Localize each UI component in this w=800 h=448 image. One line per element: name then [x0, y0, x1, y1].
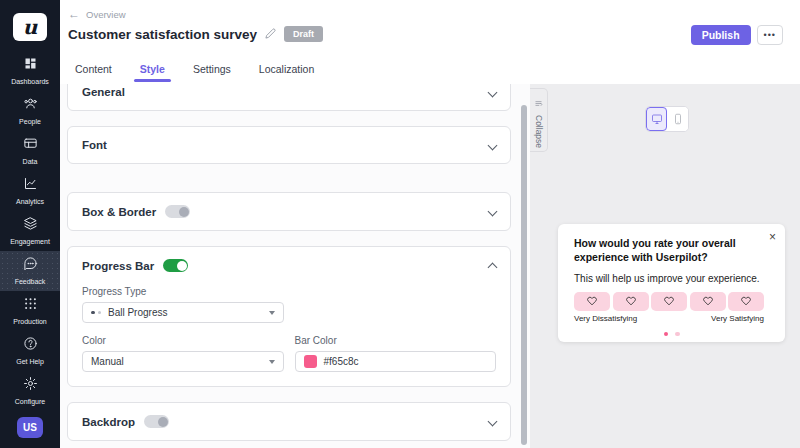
back-to-overview[interactable]: ← Overview [68, 8, 126, 20]
section-backdrop-header[interactable]: Backdrop [68, 403, 510, 440]
sidebar-item-label: Analytics [16, 198, 44, 205]
sidebar-item-engagement[interactable]: Engagement [0, 211, 60, 251]
sidebar-item-people[interactable]: People [0, 91, 60, 131]
progress-type-select[interactable]: Ball Progress [82, 302, 284, 323]
heart-rating-5[interactable] [728, 292, 764, 311]
engagement-icon [23, 216, 38, 235]
configure-icon [23, 376, 38, 395]
app-window: u Dashboards People Data Analytics [0, 0, 800, 448]
back-label: Overview [86, 9, 126, 20]
heart-rating-4[interactable] [690, 292, 726, 311]
section-progress-bar-header[interactable]: Progress Bar [68, 247, 510, 284]
chevron-down-icon[interactable] [488, 417, 498, 427]
section-title: Box & Border [82, 206, 156, 218]
box-border-toggle[interactable] [165, 205, 190, 218]
main-area: ← Overview Customer satisfaction survey … [60, 0, 800, 448]
tab-localization[interactable]: Localization [257, 57, 316, 84]
header: ← Overview Customer satisfaction survey … [60, 0, 800, 84]
sidebar-item-label: People [19, 118, 41, 125]
publish-button[interactable]: Publish [691, 25, 751, 45]
help-icon [23, 336, 38, 355]
tab-style[interactable]: Style [138, 57, 167, 84]
tab-settings[interactable]: Settings [191, 57, 233, 84]
production-icon [23, 296, 38, 315]
sidebar-item-data[interactable]: Data [0, 131, 60, 171]
section-general-header[interactable]: General [68, 84, 510, 110]
header-actions: Publish ••• [691, 25, 783, 45]
sidebar-item-label: Data [23, 158, 38, 165]
collapse-panel-tab[interactable]: Collapse [530, 88, 548, 152]
sidebar-item-configure[interactable]: Configure [0, 371, 60, 411]
sidebar-item-analytics[interactable]: Analytics [0, 171, 60, 211]
style-settings-panel: General Font Box & Border [60, 84, 530, 448]
color-swatch[interactable] [304, 355, 317, 368]
people-icon [23, 96, 38, 115]
more-options-button[interactable]: ••• [757, 25, 783, 45]
content-split: General Font Box & Border [60, 84, 800, 448]
page-title: Customer satisfaction survey [68, 27, 257, 42]
color-label: Color [82, 335, 284, 346]
monitor-icon [651, 113, 663, 125]
collapse-grip-icon [534, 94, 543, 112]
userpilot-logo[interactable]: u [13, 13, 47, 41]
mobile-preview-button[interactable] [667, 107, 688, 131]
heart-icon [587, 296, 597, 306]
panel-scrollbar[interactable] [521, 105, 527, 445]
sidebar-item-production[interactable]: Production [0, 291, 60, 331]
section-title: Backdrop [82, 416, 135, 428]
survey-description: This will help us improve your experienc… [574, 273, 769, 284]
sidebar-item-label: Feedback [15, 278, 46, 285]
bar-color-input[interactable]: #f65c8c [295, 351, 497, 372]
desktop-preview-button[interactable] [646, 107, 667, 131]
title-row: Customer satisfaction survey Draft [68, 25, 323, 43]
ball-progress-indicator [574, 332, 769, 337]
section-backdrop: Backdrop [67, 402, 511, 441]
bar-color-label: Bar Color [295, 335, 497, 346]
survey-question: How would you rate your overall experien… [574, 237, 764, 265]
section-progress-bar: Progress Bar Progress Type [67, 246, 511, 387]
chevron-down-icon[interactable] [488, 207, 498, 217]
section-title: Font [82, 139, 107, 151]
sidebar-item-label: Get Help [16, 358, 44, 365]
max-scale-label: Very Satisfying [711, 314, 764, 323]
color-mode-value: Manual [91, 356, 124, 367]
sidebar-item-feedback[interactable]: Feedback [0, 251, 60, 291]
device-toggle [645, 106, 689, 132]
section-box-border: Box & Border [67, 192, 511, 231]
section-title: Progress Bar [82, 260, 154, 272]
heart-rating-1[interactable] [574, 292, 610, 311]
heart-icon [703, 296, 713, 306]
status-badge: Draft [284, 26, 323, 42]
sidebar-item-get-help[interactable]: Get Help [0, 331, 60, 371]
chevron-down-icon[interactable] [488, 87, 498, 97]
color-mode-select[interactable]: Manual [82, 351, 284, 372]
tab-content[interactable]: Content [73, 57, 114, 84]
sidebar-item-dashboards[interactable]: Dashboards [0, 51, 60, 91]
ball-progress-icon [91, 311, 101, 315]
chevron-up-icon[interactable] [488, 263, 498, 273]
sidebar-item-label: Configure [15, 398, 45, 405]
heart-icon [664, 296, 674, 306]
scale-labels: Very Dissatisfying Very Satisfying [574, 314, 764, 323]
heart-rating-row [574, 292, 769, 311]
section-font-header[interactable]: Font [68, 127, 510, 163]
caret-down-icon [269, 360, 275, 364]
chevron-down-icon[interactable] [488, 140, 498, 150]
caret-down-icon [269, 311, 275, 315]
heart-rating-3[interactable] [651, 292, 687, 311]
section-general: General [67, 84, 511, 111]
sidebar: u Dashboards People Data Analytics [0, 0, 60, 448]
dashboards-icon [23, 56, 38, 75]
close-icon[interactable]: × [769, 231, 776, 243]
heart-icon [626, 296, 636, 306]
analytics-icon [23, 176, 38, 195]
user-avatar[interactable]: US [17, 417, 43, 438]
progress-bar-toggle[interactable] [163, 259, 188, 272]
preview-area: Collapse × How would you rate your overa… [530, 84, 800, 448]
section-box-border-header[interactable]: Box & Border [68, 193, 510, 230]
edit-title-icon[interactable] [265, 25, 276, 43]
heart-rating-2[interactable] [613, 292, 649, 311]
progress-type-value: Ball Progress [108, 307, 167, 318]
collapse-label: Collapse [534, 115, 544, 148]
backdrop-toggle[interactable] [144, 415, 169, 428]
